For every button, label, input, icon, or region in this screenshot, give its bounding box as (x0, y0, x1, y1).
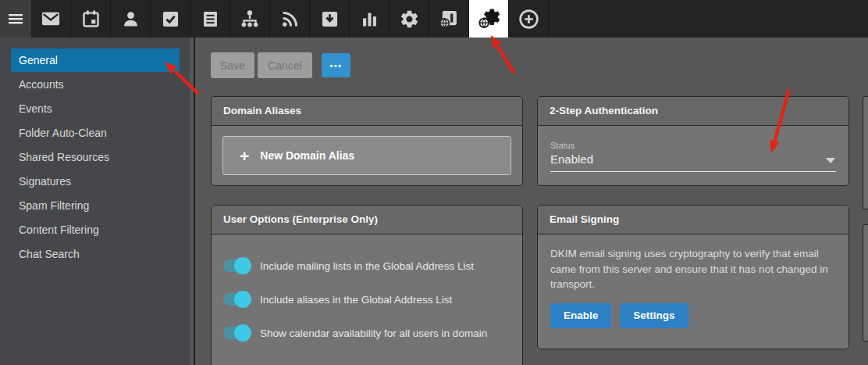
email-signing-card: Email Signing DKIM email signing uses cr… (537, 205, 849, 349)
settings-content: Save Cancel ••• Domain Aliases + New Dom… (195, 38, 868, 365)
tab-reports[interactable] (350, 0, 390, 38)
status-label: Status (550, 141, 836, 150)
domain-aliases-body: + New Domain Alias (212, 126, 522, 185)
tab-notes[interactable] (190, 0, 230, 38)
globe-gear-icon (478, 8, 500, 30)
calendar-availability-toggle[interactable] (223, 327, 247, 339)
tab-contacts[interactable] (111, 0, 151, 38)
user-options-title: User Options (Enterprise Only) (212, 206, 522, 234)
email-signing-body: DKIM email signing uses cryptography to … (538, 234, 848, 328)
partial-card-right-bottom (863, 224, 868, 342)
sidebar-item-signatures[interactable]: Signatures (0, 170, 195, 194)
notes-icon (200, 9, 221, 30)
new-domain-alias-label: New Domain Alias (260, 149, 354, 162)
settings-sidebar: General Accounts Events Folder Auto-Clea… (0, 38, 195, 365)
aliases-toggle[interactable] (223, 293, 247, 306)
tab-feeds[interactable] (270, 0, 310, 38)
mail-icon (40, 8, 62, 30)
mailing-lists-toggle[interactable] (223, 259, 247, 272)
rss-icon (279, 9, 301, 30)
status-select[interactable]: Enabled (550, 152, 836, 172)
status-value: Enabled (550, 152, 593, 166)
sidebar-item-folder-auto-clean[interactable]: Folder Auto-Clean (0, 121, 195, 145)
tab-archive[interactable] (310, 0, 350, 38)
two-step-auth-card: 2-Step Authentication Status Enabled (537, 96, 849, 186)
two-step-auth-body: Status Enabled (538, 141, 848, 172)
menu-button[interactable] (0, 0, 31, 38)
tab-settings[interactable] (390, 0, 429, 38)
settings-button[interactable]: Settings (620, 303, 688, 328)
tab-sitemap[interactable] (230, 0, 270, 38)
bar-chart-icon (359, 9, 380, 30)
toggle-knob (234, 324, 251, 342)
sidebar-item-shared-resources[interactable]: Shared Resources (0, 145, 195, 170)
sidebar-item-content-filtering[interactable]: Content Filtering (0, 218, 195, 242)
tab-mail[interactable] (31, 0, 71, 38)
toggle-knob (234, 257, 251, 274)
plus-circle-icon (518, 8, 540, 30)
globe-chart-icon (438, 8, 460, 30)
two-step-auth-title: 2-Step Authentication (538, 97, 848, 126)
toggle-label: Include aliases in the Global Address Li… (260, 294, 452, 306)
tab-new-item[interactable] (509, 0, 549, 38)
cancel-button[interactable]: Cancel (258, 52, 312, 78)
toggle-label: Include mailing lists in the Global Addr… (260, 260, 474, 272)
sidebar-item-chat-search[interactable]: Chat Search (0, 242, 195, 267)
enable-button[interactable]: Enable (550, 303, 611, 328)
tab-domain-settings[interactable] (469, 0, 509, 38)
chevron-down-icon (826, 158, 835, 163)
check-square-icon (160, 9, 181, 30)
top-toolbar (0, 0, 868, 38)
domain-aliases-card: Domain Aliases + New Domain Alias (211, 96, 523, 186)
email-signing-title: Email Signing (538, 206, 848, 234)
toggle-label: Show calendar availability for all users… (260, 327, 487, 339)
sidebar-nav: General Accounts Events Folder Auto-Clea… (0, 38, 195, 267)
partial-card-right-top (863, 96, 868, 209)
toggle-row-calendar-availability: Show calendar availability for all users… (222, 324, 511, 342)
contacts-icon (120, 9, 141, 30)
toggle-row-aliases: Include aliases in the Global Address Li… (222, 291, 511, 308)
tab-tasks[interactable] (151, 0, 190, 38)
save-button[interactable]: Save (211, 52, 254, 78)
hamburger-icon (6, 9, 25, 28)
plus-icon: + (240, 148, 249, 164)
sidebar-item-accounts[interactable]: Accounts (0, 73, 195, 97)
download-box-icon (319, 9, 340, 30)
toggle-row-mailing-lists: Include mailing lists in the Global Addr… (222, 257, 511, 274)
tab-domain-reports[interactable] (429, 0, 469, 38)
sitemap-icon (239, 8, 261, 30)
user-options-card: User Options (Enterprise Only) Include m… (211, 205, 523, 365)
user-options-body: Include mailing lists in the Global Addr… (212, 234, 522, 342)
sidebar-item-events[interactable]: Events (0, 97, 195, 121)
domain-aliases-title: Domain Aliases (212, 97, 522, 126)
sidebar-item-spam-filtering[interactable]: Spam Filtering (0, 194, 195, 218)
gear-icon (399, 9, 420, 30)
more-actions-button[interactable]: ••• (322, 53, 350, 77)
email-signing-description: DKIM email signing uses cryptography to … (550, 246, 841, 292)
email-signing-buttons: Enable Settings (550, 303, 836, 328)
toggle-knob (234, 291, 251, 308)
calendar-icon (80, 9, 101, 30)
sidebar-item-general[interactable]: General (11, 48, 180, 72)
new-domain-alias-button[interactable]: + New Domain Alias (222, 136, 511, 175)
tab-calendar[interactable] (71, 0, 111, 38)
